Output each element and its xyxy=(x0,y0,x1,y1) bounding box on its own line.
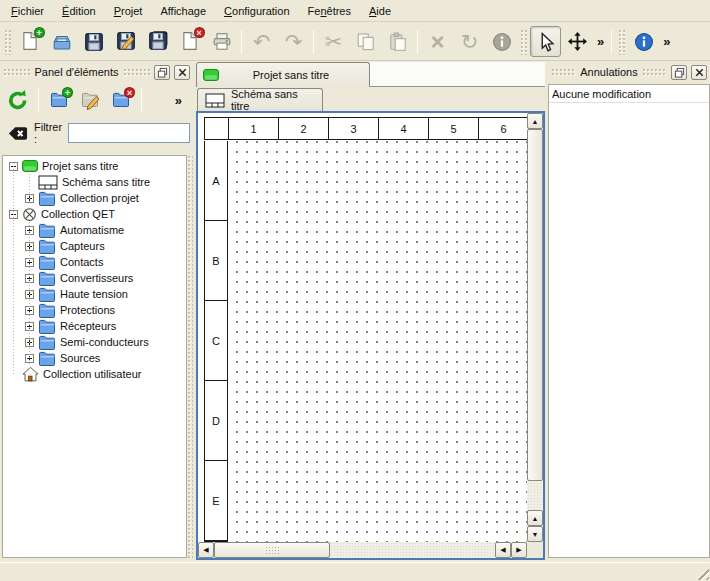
filter-row: Filtrer : xyxy=(0,118,193,148)
scroll-down-button[interactable]: ▼ xyxy=(527,526,543,542)
scroll-left-button-2[interactable]: ◀ xyxy=(495,542,511,558)
reload-icon xyxy=(7,89,29,111)
column-header-3: 3 xyxy=(329,118,379,139)
new-document-icon: + xyxy=(20,31,40,53)
toolbar-drag-handle[interactable] xyxy=(618,29,625,55)
print-button[interactable] xyxy=(206,26,237,57)
tree-item-automatisme[interactable]: Automatisme xyxy=(3,222,186,238)
project-tab-bar: Projet sans titre xyxy=(196,62,545,87)
menu-label: rojet xyxy=(121,5,142,17)
save-as-button[interactable] xyxy=(110,26,141,57)
save-button[interactable] xyxy=(78,26,109,57)
schema-tab-bar: Schéma sans titre xyxy=(196,87,545,111)
row-header-C: C xyxy=(205,301,227,381)
menu-projet[interactable]: Projet xyxy=(105,2,152,20)
scroll-up-button[interactable]: ▲ xyxy=(527,113,543,129)
horizontal-scrollbar[interactable]: ◀ ◀ ▶ xyxy=(198,542,527,558)
tree-item-capteurs[interactable]: Capteurs xyxy=(3,238,186,254)
scroll-up-button-2[interactable]: ▲ xyxy=(527,510,543,526)
info-icon xyxy=(634,32,654,52)
schema-icon xyxy=(205,93,225,108)
row-header-column: ABCDE xyxy=(204,141,228,542)
filter-input[interactable] xyxy=(68,123,190,143)
tree-item-collection-utilisateur[interactable]: Collection utilisateur xyxy=(3,366,186,382)
save-all-button[interactable] xyxy=(142,26,173,57)
arrow-down-icon: ▼ xyxy=(532,531,539,538)
elements-panel-titlebar[interactable]: Panel d'éléments xyxy=(0,62,193,82)
resize-grip[interactable] xyxy=(695,566,709,580)
row-header-E: E xyxy=(205,461,227,541)
horizontal-scroll-thumb[interactable] xyxy=(214,542,330,558)
clear-filter-icon[interactable] xyxy=(8,126,28,141)
tree-item-projet-sans-titre[interactable]: Projet sans titre xyxy=(3,158,186,174)
column-header-5: 5 xyxy=(429,118,479,139)
vertical-scrollbar[interactable]: ▲ ▲ ▼ xyxy=(527,113,543,542)
toolbar-overflow-button[interactable]: » xyxy=(660,34,673,49)
delete-folder-icon: × xyxy=(112,91,130,110)
open-file-icon xyxy=(52,32,72,52)
arrow-up-icon: ▲ xyxy=(532,118,539,125)
toolbar-separator xyxy=(417,30,418,54)
menu-label: ide xyxy=(376,5,391,17)
tree-item-schema-sans-titre[interactable]: Schéma sans titre xyxy=(3,174,186,190)
float-panel-button[interactable] xyxy=(154,65,170,80)
project-icon xyxy=(203,69,219,81)
undo-panel-titlebar[interactable]: Annulations xyxy=(548,62,710,82)
delete-category-button[interactable]: × xyxy=(107,86,135,114)
toolbar-overflow-button[interactable]: » xyxy=(594,34,607,49)
undo-panel: Annulations Aucune modification xyxy=(548,62,710,560)
dock-splitter-handle[interactable] xyxy=(187,155,193,558)
reload-collections-button[interactable] xyxy=(4,86,32,114)
close-icon xyxy=(177,67,188,78)
tree-item-convertisseurs[interactable]: Convertisseurs xyxy=(3,270,186,286)
tree-item-label: Récepteurs xyxy=(60,320,116,332)
scrollbar-corner xyxy=(527,542,543,558)
delete-button: × xyxy=(422,26,453,57)
tree-item-sources[interactable]: Sources xyxy=(3,350,186,366)
panel-overflow-button[interactable]: » xyxy=(172,93,185,108)
select-tool-button[interactable] xyxy=(530,26,561,57)
menu-affichage[interactable]: Affichage xyxy=(151,2,215,20)
tree-item-collection-projet[interactable]: Collection projet xyxy=(3,190,186,206)
menu-configuration[interactable]: Configuration xyxy=(215,2,298,20)
info-tool-button[interactable] xyxy=(628,26,659,57)
toolbar-drag-handle[interactable] xyxy=(4,29,11,55)
tree-item-collection-qet[interactable]: Collection QET xyxy=(3,206,186,222)
vertical-scroll-thumb[interactable] xyxy=(527,129,543,481)
undo-icon: ↶ xyxy=(253,31,271,52)
menu-aide[interactable]: Aide xyxy=(360,2,400,20)
close-file-button[interactable]: × xyxy=(174,26,205,57)
close-panel-button[interactable] xyxy=(174,65,190,80)
tree-item-protections[interactable]: Protections xyxy=(3,302,186,318)
menu-fichier[interactable]: Fichier xyxy=(2,2,53,20)
diagram-sheet[interactable]: 123456 ABCDE xyxy=(198,113,527,542)
float-panel-button[interactable] xyxy=(671,65,687,80)
menu-edition[interactable]: Édition xyxy=(53,2,105,20)
toolbar-drag-handle[interactable] xyxy=(520,29,527,55)
menu-fenetres[interactable]: Fenêtres xyxy=(299,2,360,20)
tab-schema-sans-titre[interactable]: Schéma sans titre xyxy=(197,88,323,111)
tab-projet-sans-titre[interactable]: Projet sans titre xyxy=(196,62,370,87)
close-panel-button[interactable] xyxy=(691,65,707,80)
undo-history-list[interactable]: Aucune modification xyxy=(548,84,710,558)
tree-item-label: Automatisme xyxy=(60,224,124,236)
toolbar-separator xyxy=(38,88,39,112)
tree-item-semi-conducteurs[interactable]: Semi-conducteurs xyxy=(3,334,186,350)
copy-icon xyxy=(356,32,376,52)
move-tool-button[interactable] xyxy=(562,26,593,57)
tree-item-label: Haute tension xyxy=(60,288,128,300)
tree-item-haute-tension[interactable]: Haute tension xyxy=(3,286,186,302)
tree-item-label: Contacts xyxy=(60,256,103,268)
scroll-left-button[interactable]: ◀ xyxy=(198,542,214,558)
new-category-button[interactable]: + xyxy=(45,86,73,114)
open-button[interactable] xyxy=(46,26,77,57)
row-header-B: B xyxy=(205,221,227,301)
tree-item-contacts[interactable]: Contacts xyxy=(3,254,186,270)
scroll-right-button[interactable]: ▶ xyxy=(511,542,527,558)
diagram-view[interactable]: 123456 ABCDE ▲ ▲ ▼ ◀ ◀ ▶ xyxy=(196,111,545,560)
menu-label: C xyxy=(224,5,232,17)
tree-item-recepteurs[interactable]: Récepteurs xyxy=(3,318,186,334)
new-project-button[interactable]: + xyxy=(14,26,45,57)
undo-history-item[interactable]: Aucune modification xyxy=(549,85,709,103)
folder-icon xyxy=(38,238,56,255)
